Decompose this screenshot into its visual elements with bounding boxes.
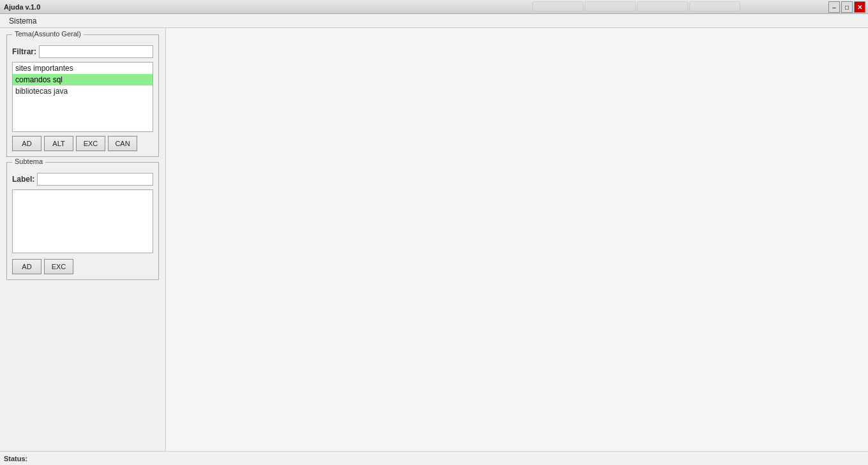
tema-can-button[interactable]: CAN [108, 136, 137, 151]
subtema-ad-button[interactable]: AD [12, 259, 41, 274]
menu-sistema[interactable]: Sistema [4, 15, 41, 27]
maximize-button[interactable]: □ [841, 1, 853, 13]
tema-listbox[interactable]: sites importantes comandos sql bibliotec… [12, 62, 153, 132]
left-panel: Tema(Assunto Geral) Filtrar: sites impor… [0, 28, 166, 451]
window-controls[interactable]: – □ ✕ [828, 1, 865, 13]
title-bar: Ajuda v.1.0 – □ ✕ [0, 0, 868, 14]
subtema-textarea[interactable] [12, 189, 153, 253]
main-container: Tema(Assunto Geral) Filtrar: sites impor… [0, 28, 868, 451]
subtema-label-text: Label: [12, 175, 34, 184]
list-item[interactable]: comandos sql [13, 74, 153, 85]
list-item[interactable]: sites importantes [13, 63, 153, 74]
minimize-button[interactable]: – [828, 1, 840, 13]
subtema-label-row: Label: [12, 173, 153, 186]
close-button[interactable]: ✕ [854, 1, 865, 13]
tema-exc-button[interactable]: EXC [76, 136, 105, 151]
list-item[interactable]: bibliotecas java [13, 85, 153, 97]
status-label: Status: [4, 455, 27, 462]
status-bar: Status: [0, 451, 868, 465]
subtema-button-row: AD EXC [12, 259, 153, 274]
tema-legend: Tema(Assunto Geral) [12, 30, 84, 38]
menu-bar: Sistema [0, 14, 868, 28]
subtema-label-input[interactable] [37, 173, 153, 186]
filter-label: Filtrar: [12, 47, 36, 56]
subtema-exc-button[interactable]: EXC [44, 259, 73, 274]
filter-row: Filtrar: [12, 45, 153, 58]
tema-ad-button[interactable]: AD [12, 136, 41, 151]
right-panel [166, 28, 868, 451]
subtema-legend: Subtema [12, 158, 45, 165]
tema-group: Tema(Assunto Geral) Filtrar: sites impor… [6, 34, 159, 157]
title-fake-controls [532, 1, 740, 11]
filter-input[interactable] [39, 45, 153, 58]
window-title: Ajuda v.1.0 [4, 3, 40, 11]
tema-alt-button[interactable]: ALT [44, 136, 73, 151]
subtema-group: Subtema Label: AD EXC [6, 162, 159, 280]
tema-button-row: AD ALT EXC CAN [12, 136, 153, 151]
